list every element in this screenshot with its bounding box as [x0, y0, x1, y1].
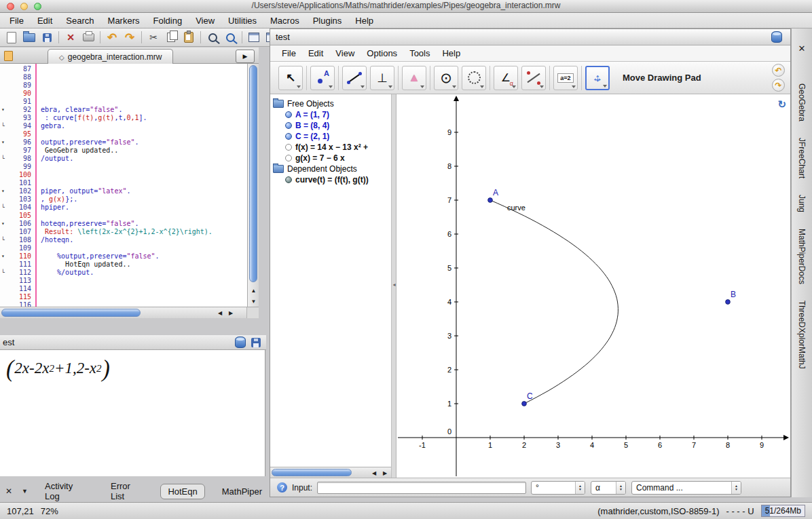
- conic-tool[interactable]: [462, 66, 486, 90]
- combo-arrows-icon[interactable]: ▲▼: [575, 482, 585, 494]
- geogebra-menu-file[interactable]: File: [276, 48, 302, 58]
- open-file-button[interactable]: [21, 30, 37, 45]
- menu-folding[interactable]: Folding: [147, 16, 189, 26]
- scroll-left-arrow[interactable]: ◀: [215, 307, 225, 318]
- geogebra-menu-tools[interactable]: Tools: [403, 48, 436, 58]
- point-tool[interactable]: A: [310, 66, 335, 90]
- dock-menu-icon[interactable]: ▼: [22, 488, 28, 495]
- tree-item-a[interactable]: A = (1, 7): [285, 109, 329, 120]
- geogebra-frame-titlebar[interactable]: test: [270, 29, 790, 45]
- geogebra-undo-button[interactable]: ↶: [772, 64, 785, 77]
- algebra-scrollbar-thumb[interactable]: [272, 469, 352, 476]
- redo-button[interactable]: ↷: [122, 30, 138, 45]
- tree-folder-free-objects[interactable]: Free Objects: [273, 98, 334, 109]
- print-button[interactable]: [80, 30, 96, 45]
- angle-tool[interactable]: ∠α: [494, 66, 518, 90]
- close-buffer-button[interactable]: ✕: [62, 30, 79, 45]
- split-window-button[interactable]: [246, 30, 262, 45]
- dock-tab-mathpiper[interactable]: MathPiper: [215, 484, 270, 499]
- splitter-collapse-icon[interactable]: ◂: [392, 282, 396, 288]
- visibility-marble-icon[interactable]: [285, 144, 292, 151]
- side-tab-jung[interactable]: Jung: [797, 195, 807, 212]
- find-button[interactable]: [204, 30, 221, 45]
- algebra-graphics-splitter[interactable]: ◂: [392, 94, 396, 478]
- menu-file[interactable]: File: [3, 16, 31, 26]
- tree-item-b[interactable]: B = (8, 4): [285, 120, 329, 131]
- side-tab-geogebra[interactable]: GeoGebra: [797, 83, 807, 121]
- geogebra-database-icon[interactable]: [771, 31, 782, 43]
- dock-tab-activity-log[interactable]: Activity Log: [37, 478, 94, 504]
- geogebra-redo-button[interactable]: ↷: [772, 79, 785, 92]
- menu-view[interactable]: View: [189, 16, 221, 26]
- refresh-view-icon[interactable]: ↻: [777, 98, 786, 111]
- dock-tab-error-list[interactable]: Error List: [103, 478, 151, 504]
- save-equation-icon[interactable]: [251, 338, 261, 347]
- move-drawing-pad-tool[interactable]: ↔↕: [585, 66, 610, 90]
- algebra-scroll-right-arrow[interactable]: ▶: [380, 467, 390, 478]
- perpendicular-line-tool[interactable]: ⊥: [370, 66, 394, 90]
- buffer-tab[interactable]: ◇ geogebra_interaction.mrw: [48, 49, 173, 64]
- point-B[interactable]: [726, 300, 731, 305]
- circle-tool[interactable]: ⊙: [434, 66, 458, 90]
- minimize-window-button[interactable]: [20, 3, 28, 10]
- save-file-button[interactable]: [39, 30, 55, 45]
- geogebra-input-field[interactable]: [317, 482, 526, 494]
- input-help-icon[interactable]: ?: [277, 482, 287, 493]
- angle-unit-combo[interactable]: °▲▼: [531, 481, 585, 495]
- reflect-tool[interactable]: [521, 66, 546, 90]
- geogebra-menu-options[interactable]: Options: [361, 48, 403, 58]
- menu-utilities[interactable]: Utilities: [221, 16, 263, 26]
- text-editor[interactable]: 8788899091▾9293└9495▾9697└9899100101▾102…: [0, 64, 247, 307]
- tree-item-c[interactable]: C = (2, 1): [285, 131, 329, 142]
- mathpiper-database-icon[interactable]: [235, 337, 246, 348]
- visibility-marble-icon[interactable]: [285, 133, 292, 140]
- undo-button[interactable]: ↶: [104, 30, 120, 45]
- tab-scroll-right-button[interactable]: ▶: [236, 50, 255, 63]
- line-tool[interactable]: [342, 66, 367, 90]
- visibility-marble-icon[interactable]: [285, 176, 292, 183]
- polygon-tool[interactable]: ▲: [402, 66, 426, 90]
- side-tab-jfreechart[interactable]: JFreeChart: [797, 138, 807, 178]
- graphics-canvas[interactable]: -11234567891234567890curveABC: [396, 94, 790, 478]
- zoom-window-button[interactable]: [34, 3, 41, 10]
- tree-folder-dependent-objects[interactable]: Dependent Objects: [273, 164, 357, 174]
- geogebra-menu-edit[interactable]: Edit: [302, 48, 329, 58]
- menu-markers[interactable]: Markers: [101, 16, 147, 26]
- combo-arrows-icon[interactable]: ▲▼: [731, 482, 741, 494]
- graphics-view[interactable]: ↻ -11234567891234567890curveABC: [396, 94, 790, 478]
- command-combo[interactable]: Command ...▲▼: [631, 481, 741, 495]
- point-C[interactable]: [522, 402, 527, 406]
- scroll-up-arrow[interactable]: ▲: [248, 285, 259, 296]
- visibility-marble-icon[interactable]: [285, 111, 292, 118]
- slider-tool[interactable]: a=2: [553, 66, 578, 90]
- cut-button[interactable]: ✂: [145, 30, 162, 45]
- algebra-scroll-left-arrow[interactable]: ◀: [369, 467, 380, 478]
- editor-horizontal-scrollbar[interactable]: ◀ ▶: [0, 307, 259, 318]
- memory-indicator[interactable]: 51/264Mb: [761, 505, 805, 517]
- dock-tab-hoteqn[interactable]: HotEqn: [160, 484, 204, 499]
- greek-letter-combo[interactable]: α▲▼: [591, 481, 626, 495]
- algebra-view-scrollbar[interactable]: ◀ ▶: [270, 467, 391, 478]
- combo-arrows-icon[interactable]: ▲▼: [616, 482, 625, 494]
- visibility-marble-icon[interactable]: [285, 155, 292, 161]
- new-file-button[interactable]: [3, 30, 20, 45]
- editor-vertical-scrollbar[interactable]: ▲ ▼: [247, 64, 259, 307]
- algebra-view[interactable]: ◀ ▶ Free ObjectsA = (1, 7)B = (8, 4)C = …: [270, 94, 392, 478]
- menu-search[interactable]: Search: [59, 16, 100, 26]
- paste-button[interactable]: [181, 30, 197, 45]
- right-dock-close-icon[interactable]: ✕: [792, 43, 812, 54]
- tree-item-g[interactable]: g(x) = 7 − 6 x: [285, 153, 345, 164]
- menu-help[interactable]: Help: [348, 16, 380, 26]
- curve-path[interactable]: [490, 200, 618, 404]
- side-tab-mathpiperdocs[interactable]: MathPiperDocs: [797, 229, 807, 284]
- scroll-right-arrow[interactable]: ▶: [225, 307, 236, 318]
- horizontal-scrollbar-thumb[interactable]: [1, 309, 141, 317]
- vertical-scrollbar-thumb[interactable]: [249, 65, 257, 282]
- close-window-button[interactable]: [7, 3, 14, 10]
- dock-close-icon[interactable]: ✕: [5, 486, 12, 496]
- geogebra-menu-help[interactable]: Help: [436, 48, 466, 58]
- menu-macros[interactable]: Macros: [263, 16, 306, 26]
- point-A[interactable]: [488, 198, 493, 203]
- buffer-switcher-icon[interactable]: [4, 51, 13, 61]
- tree-item-f[interactable]: f(x) = 14 x − 13 x² +: [285, 142, 368, 153]
